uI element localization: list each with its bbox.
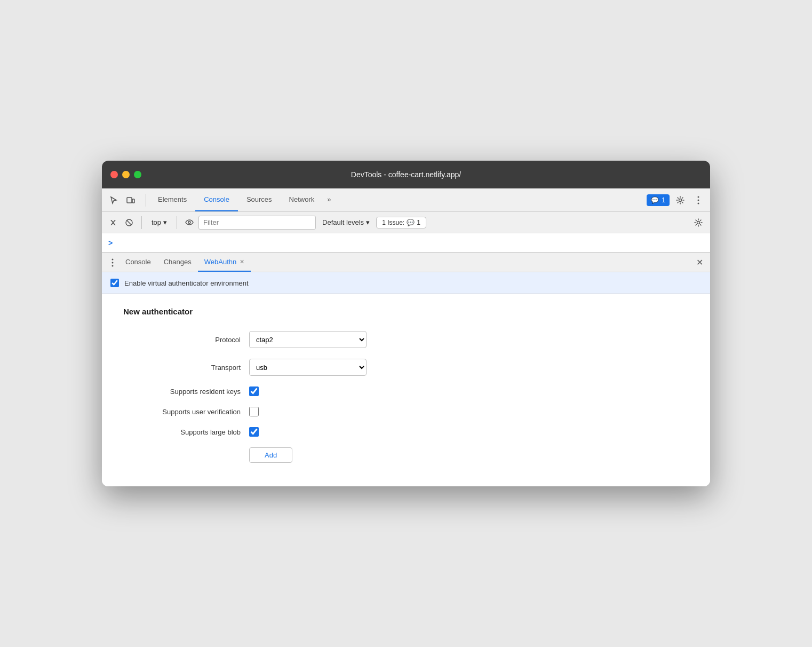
window-controls [110, 171, 141, 178]
devtools-window: DevTools - coffee-cart.netlify.app/ [102, 161, 710, 486]
panel-tab-changes[interactable]: Changes [157, 253, 198, 272]
eye-icon-button[interactable] [182, 216, 196, 230]
user-verification-label: Supports user verification [123, 408, 241, 416]
tab-more[interactable]: » [323, 188, 335, 211]
panel-tabs: Console Changes WebAuthn ✕ ✕ [102, 253, 710, 272]
new-authenticator-section: New authenticator Protocol ctap2 u2f Tra… [102, 294, 710, 486]
toolbar-divider [141, 216, 142, 229]
large-blob-label: Supports large blob [123, 428, 241, 436]
cursor-icon-button[interactable] [106, 193, 121, 208]
issue-badge-small[interactable]: 1 Issue: 💬 1 [376, 217, 426, 228]
close-panel-button[interactable]: ✕ [693, 256, 706, 269]
large-blob-checkbox[interactable] [249, 427, 259, 437]
issue-count-label: 1 Issue: [382, 219, 404, 226]
svg-point-4 [698, 199, 699, 201]
add-authenticator-button[interactable]: Add [249, 447, 292, 463]
nav-divider [146, 194, 146, 207]
protocol-select[interactable]: ctap2 u2f [249, 331, 367, 348]
devtools-body: Elements Console Sources Network » 💬 [102, 188, 710, 486]
enable-bar: Enable virtual authenticator environment [102, 272, 710, 294]
issues-count: 1 [662, 196, 665, 204]
tab-console[interactable]: Console [195, 188, 238, 211]
add-row: Add [123, 447, 689, 463]
svg-point-13 [112, 265, 114, 266]
panel-tab-webauthn[interactable]: WebAuthn ✕ [198, 253, 251, 272]
chevron-down-icon2: ▾ [366, 218, 370, 226]
protocol-row: Protocol ctap2 u2f [123, 331, 689, 348]
close-webauthn-tab-button[interactable]: ✕ [240, 258, 244, 265]
tab-sources[interactable]: Sources [238, 188, 281, 211]
default-levels-label: Default levels [322, 218, 364, 226]
svg-point-3 [698, 196, 699, 198]
default-levels-button[interactable]: Default levels ▾ [318, 217, 374, 228]
transport-label: Transport [123, 364, 241, 372]
large-blob-row: Supports large blob [123, 427, 689, 437]
svg-point-9 [188, 222, 190, 224]
user-verification-checkbox[interactable] [249, 407, 259, 416]
panel-tab-console[interactable]: Console [119, 253, 157, 272]
issues-badge[interactable]: 💬 1 [647, 194, 670, 206]
top-context-selector[interactable]: top ▾ [147, 217, 171, 228]
nav-right: 💬 1 [647, 193, 706, 208]
issues-icon: 💬 [651, 196, 659, 204]
block-icon-button[interactable] [122, 216, 136, 230]
svg-point-12 [112, 262, 114, 263]
resident-keys-checkbox[interactable] [249, 386, 259, 396]
window-title: DevTools - coffee-cart.netlify.app/ [351, 170, 461, 179]
transport-select[interactable]: usb nfc ble internal [249, 359, 367, 376]
resident-keys-row: Supports resident keys [123, 386, 689, 396]
issue-num-label: 1 [417, 219, 420, 226]
svg-marker-6 [110, 220, 116, 225]
prompt-arrow: > [108, 239, 113, 247]
chevron-down-icon: ▾ [163, 218, 167, 226]
tab-network[interactable]: Network [281, 188, 323, 211]
titlebar: DevTools - coffee-cart.netlify.app/ [102, 161, 710, 188]
enable-virtual-auth-label: Enable virtual authenticator environment [124, 279, 249, 287]
console-prompt[interactable]: > [102, 233, 710, 253]
svg-point-5 [698, 202, 699, 204]
protocol-label: Protocol [123, 336, 241, 344]
webauthn-content: Enable virtual authenticator environment… [102, 272, 710, 486]
close-window-button[interactable] [110, 171, 118, 178]
svg-point-10 [697, 221, 700, 224]
settings-icon-button[interactable] [673, 193, 688, 208]
toolbar-divider2 [177, 216, 177, 229]
svg-point-11 [112, 258, 114, 260]
nav-icons [106, 193, 138, 208]
console-settings-button[interactable] [691, 215, 706, 230]
svg-rect-0 [127, 198, 132, 203]
top-label: top [152, 218, 161, 226]
tab-elements[interactable]: Elements [149, 188, 195, 211]
new-auth-title: New authenticator [123, 307, 689, 316]
minimize-window-button[interactable] [122, 171, 130, 178]
resident-keys-label: Supports resident keys [123, 388, 241, 396]
device-toolbar-icon-button[interactable] [123, 193, 138, 208]
clear-console-button[interactable] [106, 216, 120, 230]
svg-point-2 [679, 199, 682, 201]
top-nav: Elements Console Sources Network » 💬 [102, 188, 710, 212]
bottom-panel: Console Changes WebAuthn ✕ ✕ Enable virt… [102, 253, 710, 486]
svg-line-8 [127, 220, 132, 225]
panel-more-button[interactable] [106, 256, 119, 269]
filter-input[interactable] [198, 216, 316, 230]
maximize-window-button[interactable] [134, 171, 141, 178]
console-toolbar: top ▾ Default levels ▾ 1 Issue: 💬 1 [102, 212, 710, 233]
transport-row: Transport usb nfc ble internal [123, 359, 689, 376]
svg-rect-1 [132, 199, 134, 203]
user-verification-row: Supports user verification [123, 407, 689, 416]
more-options-icon-button[interactable] [691, 193, 706, 208]
enable-virtual-auth-checkbox[interactable] [110, 279, 119, 287]
nav-tabs: Elements Console Sources Network » [149, 188, 336, 211]
issue-comment-icon: 💬 [407, 219, 415, 226]
